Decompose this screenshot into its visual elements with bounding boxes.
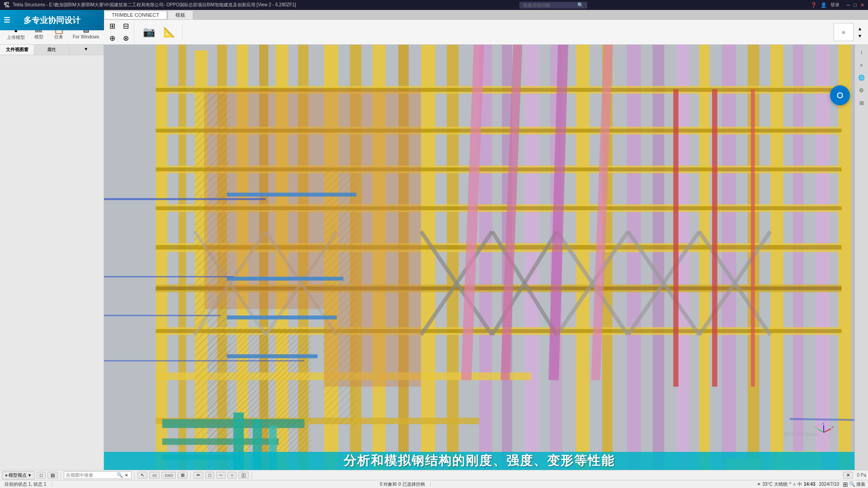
view-btn[interactable]: 📐: [160, 25, 179, 39]
snap-label: 0 Pa: [857, 473, 866, 478]
svg-rect-76: [751, 89, 755, 386]
view-small-btn[interactable]: □: [37, 472, 46, 479]
arrow-down-icon: ▼: [858, 33, 862, 38]
menu-icon[interactable]: ☰: [4, 16, 10, 24]
right-globe-btn[interactable]: 🌐: [856, 72, 868, 84]
help-icon[interactable]: ❓: [811, 2, 817, 8]
ribbon-right-btns: ▲ ▼: [855, 25, 864, 39]
connect-tab: TRIMBLE CONNECT 模板: [104, 10, 194, 20]
toolbar-separator-2: [134, 472, 135, 479]
viewport-search[interactable]: 🔍 ✕: [64, 471, 132, 479]
trimble-connect-tab[interactable]: TRIMBLE CONNECT: [104, 11, 167, 19]
title-bar: 🏗 Tekla Structures - E:\数加固BIM大赛\BIM大赛\中…: [0, 0, 868, 10]
rect-select-btn[interactable]: ▭: [149, 472, 160, 479]
user-icon[interactable]: 👤: [821, 2, 827, 8]
svg-rect-91: [208, 328, 311, 470]
svg-rect-27: [770, 45, 783, 470]
mini-viewport-label: ▦: [842, 30, 845, 34]
camera-icon: 📷: [143, 26, 155, 38]
title-text: Tekla Structures - E:\数加固BIM大赛\BIM大赛\中国建…: [13, 2, 296, 8]
svg-rect-25: [722, 45, 736, 470]
sidebar-tabs: 文件视图窗 属性 ▼: [0, 45, 104, 55]
svg-rect-29: [816, 45, 830, 470]
svg-rect-22: [653, 45, 665, 470]
view-mode-btn[interactable]: ● 模型视点 ▼: [2, 471, 35, 479]
temperature-text: 33°C 大晴朗: [763, 481, 788, 488]
view-list-btn[interactable]: ▤: [47, 472, 58, 479]
svg-text:Y: Y: [815, 425, 817, 429]
brand-text: 多专业协同设计: [24, 15, 80, 26]
right-grid-btn[interactable]: ⊞: [856, 97, 868, 109]
title-search-input[interactable]: [523, 3, 577, 8]
clock-time: 14:43: [804, 482, 816, 487]
right-gear-btn[interactable]: ⚙: [856, 84, 868, 96]
right-scroll-btn[interactable]: ↕: [856, 47, 868, 58]
view-mode-chevron: ▼: [28, 473, 32, 478]
login-btn[interactable]: 登录: [830, 2, 840, 8]
ribbon-right-btn2[interactable]: ▼: [855, 33, 864, 39]
sidebar-tab-extra[interactable]: ▼: [69, 45, 104, 55]
sidebar-tab-properties[interactable]: 属性: [34, 45, 69, 55]
title-bar-left: 🏗 Tekla Structures - E:\数加固BIM大赛\BIM大赛\中…: [4, 1, 296, 9]
camera-btn[interactable]: 📷: [140, 25, 158, 39]
search-taskbar-icon[interactable]: 🔍: [849, 481, 855, 487]
connect-icon-btn3[interactable]: ⊕: [106, 33, 118, 44]
svg-rect-89: [324, 167, 357, 425]
minimize-btn[interactable]: ─: [847, 2, 850, 8]
toolbar-separator-4: [251, 472, 252, 479]
far-right-toolbar: ↕ ≡ 🌐 ⚙ ⊞: [854, 45, 868, 470]
sidebar-tab-files[interactable]: 文件视图窗: [0, 45, 34, 55]
svg-rect-75: [712, 89, 717, 386]
ribbon-extra-group: ⊞ ⊟ ⊕ ⊗: [104, 19, 134, 45]
toolbar-right-group: ✕: [843, 472, 853, 479]
close-btn[interactable]: ✕: [860, 2, 864, 8]
axis-svg: X Y Z: [814, 422, 834, 442]
status-left: 目前的状态 1, 状态 1: [3, 481, 48, 488]
grid-select-btn[interactable]: ⊞: [178, 472, 188, 479]
connect-icon-btn4[interactable]: ⊗: [119, 33, 132, 44]
svg-rect-21: [627, 45, 641, 470]
svg-line-92: [824, 429, 831, 432]
toolbar-separator-1: [61, 472, 61, 479]
ribbon-right: ▦ ▲ ▼: [834, 23, 864, 41]
svg-rect-13: [421, 45, 435, 470]
snap-status: 0 Pa: [857, 473, 866, 478]
status-sep-2: [430, 482, 431, 487]
header-right: ❓ 👤 登录 ─ □ ✕: [811, 2, 864, 8]
line-btn[interactable]: ─: [216, 472, 226, 479]
bottom-text-overlay: 分析和模拟钢结构的刚度、强度、变形等性能: [104, 452, 854, 470]
svg-rect-1: [156, 45, 167, 470]
ribbon: ⬆ 上传模型 🏛 模型 📋 任务 🖥 For Windows ⊞ ⊟ ⊕ ⊗: [0, 20, 868, 45]
template-tab[interactable]: 模板: [168, 10, 193, 20]
windows-watermark: 阳光 Windows: [784, 431, 818, 438]
title-search[interactable]: 🔍: [519, 2, 587, 9]
ribbon-extra-row1: ⊞ ⊟: [106, 20, 132, 32]
viewport: 阳光 Windows X Y Z: [104, 45, 854, 470]
connect-icon-btn2[interactable]: ⊟: [119, 20, 132, 32]
connect-icon-btn1[interactable]: ⊞: [106, 20, 118, 32]
circle-btn[interactable]: ○: [227, 472, 236, 479]
search-taskbar-label: 搜索: [856, 481, 865, 488]
pencil-btn[interactable]: ✏: [193, 472, 203, 479]
close-bar-btn[interactable]: ✕: [843, 472, 853, 479]
connect-icon-4: ⊗: [123, 34, 129, 42]
svg-rect-19: [576, 45, 590, 470]
ribbon-right-btn1[interactable]: ▲: [855, 25, 864, 32]
search-execute-btn[interactable]: 🔍: [116, 472, 124, 478]
right-layers-btn[interactable]: ≡: [856, 59, 868, 71]
viewport-search-input[interactable]: [66, 473, 116, 478]
svg-rect-14: [447, 45, 458, 470]
maximize-btn[interactable]: □: [854, 2, 857, 8]
brand-area: ☰ 多专业协同设计: [0, 10, 104, 30]
windows-start-icon[interactable]: ⊞: [843, 481, 848, 488]
trimble-connect-btn[interactable]: [830, 85, 850, 105]
svg-text:X: X: [831, 425, 834, 429]
select-tool-btn[interactable]: ↖: [137, 472, 147, 479]
multi-select-btn[interactable]: ▭▭: [161, 472, 176, 479]
view-mode-dot: ●: [5, 473, 8, 478]
overlay-text: 分析和模拟钢结构的刚度、强度、变形等性能: [344, 452, 615, 469]
rect-draw-btn[interactable]: □: [205, 472, 214, 479]
bottom-toolbar: ● 模型视点 ▼ □ ▤ 🔍 ✕ ↖ ▭ ▭▭ ⊞ ✏ □ ─ ○ ◫ ✕ 0 …: [0, 470, 868, 480]
dim-btn[interactable]: ◫: [238, 472, 249, 479]
search-clear-btn[interactable]: ✕: [124, 473, 129, 478]
